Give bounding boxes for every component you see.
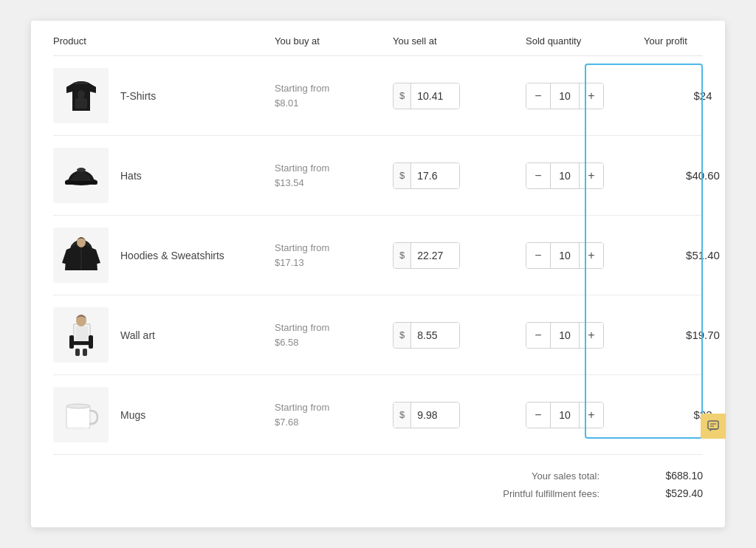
product-name-hoodies: Hoodies & Sweatshirts (120, 250, 224, 261)
svg-point-17 (66, 404, 90, 408)
profit-hats: $40.60 (644, 169, 756, 182)
table-row: Mugs Starting from $7.68 $ − 10 + $23 (53, 375, 703, 455)
totals-row-fees: Printful fulfillment fees: $529.40 (53, 487, 703, 499)
quantity-cell-hats: − 10 + (526, 162, 644, 189)
sell-at-wallart: $ (393, 322, 526, 349)
currency-symbol-hats: $ (394, 163, 411, 188)
table-row: Hoodies & Sweatshirts Starting from $17.… (53, 216, 703, 295)
svg-point-18 (68, 427, 89, 430)
price-input-tshirts[interactable] (411, 83, 459, 109)
qty-value-mugs: 10 (550, 403, 580, 428)
col-sell-at: You sell at (393, 35, 526, 47)
profit-wallart: $19.70 (644, 329, 756, 341)
product-name-mugs: Mugs (120, 409, 145, 421)
qty-wrapper-mugs: − 10 + (526, 402, 604, 428)
quantity-cell-mugs: − 10 + (526, 402, 644, 428)
fees-label: Printful fulfillment fees: (503, 488, 599, 499)
price-input-hoodies[interactable] (411, 243, 459, 268)
product-image-tshirts (53, 68, 109, 123)
qty-plus-tshirts[interactable]: + (580, 83, 603, 109)
buy-at-hats: Starting from $13.54 (275, 161, 393, 190)
quantity-cell-tshirts: − 10 + (526, 83, 644, 109)
svg-rect-2 (75, 98, 87, 109)
quantity-cell-hoodies: − 10 + (526, 242, 644, 269)
qty-minus-tshirts[interactable]: − (526, 83, 550, 109)
currency-symbol-mugs: $ (394, 403, 411, 428)
quantity-cell-wallart: − 10 + (526, 322, 644, 349)
sell-at-mugs: $ (393, 402, 526, 428)
qty-wrapper-hats: − 10 + (526, 162, 604, 189)
currency-symbol-wallart: $ (394, 323, 411, 348)
product-name-hats: Hats (120, 170, 142, 182)
qty-wrapper-wallart: − 10 + (526, 322, 604, 349)
sell-at-hoodies: $ (393, 242, 526, 269)
profit-hoodies: $51.40 (644, 249, 756, 261)
product-cell-wallart: Wall art (53, 307, 275, 363)
qty-value-hoodies: 10 (550, 243, 580, 268)
qty-value-tshirts: 10 (550, 83, 580, 109)
table-header: Product You buy at You sell at Sold quan… (53, 21, 703, 56)
table-row: Hats Starting from $13.54 $ − 10 + $40.6… (53, 136, 703, 216)
price-input-wallart[interactable] (411, 323, 459, 348)
qty-plus-hoodies[interactable]: + (580, 243, 603, 268)
svg-rect-4 (65, 181, 97, 185)
product-cell-mugs: Mugs (53, 387, 275, 442)
product-cell-hats: Hats (53, 148, 275, 203)
svg-rect-14 (75, 349, 80, 356)
svg-rect-15 (83, 349, 87, 356)
product-image-hoodies (53, 227, 109, 283)
sell-at-hats: $ (393, 162, 526, 189)
col-buy-at: You buy at (275, 35, 393, 47)
col-sold-qty: Sold quantity (526, 35, 644, 47)
qty-wrapper-tshirts: − 10 + (526, 83, 604, 109)
qty-value-hats: 10 (550, 163, 580, 188)
price-input-wrapper-tshirts[interactable]: $ (393, 83, 460, 109)
price-input-hats[interactable] (411, 163, 459, 188)
svg-rect-19 (708, 421, 718, 429)
product-cell-tshirts: T-Shirts (53, 68, 275, 123)
qty-plus-mugs[interactable]: + (580, 403, 603, 428)
product-name-wallart: Wall art (120, 329, 155, 341)
totals-row-sales: Your sales total: $688.10 (53, 470, 703, 482)
price-input-wrapper-hoodies[interactable]: $ (393, 242, 460, 269)
buy-at-hoodies: Starting from $17.13 (275, 241, 393, 270)
product-name-tshirts: T-Shirts (120, 90, 156, 102)
col-profit: Your profit (644, 35, 756, 47)
feedback-icon[interactable] (701, 414, 726, 439)
buy-at-tshirts: Starting from $8.01 (275, 81, 393, 110)
sales-total-label: Your sales total: (532, 470, 599, 482)
totals-section: Your sales total: $688.10 Printful fulfi… (53, 455, 703, 499)
qty-plus-wallart[interactable]: + (580, 323, 603, 348)
qty-minus-wallart[interactable]: − (526, 323, 550, 348)
qty-minus-hoodies[interactable]: − (526, 243, 550, 268)
profit-tshirts: $24 (644, 89, 756, 102)
price-input-mugs[interactable] (411, 403, 459, 428)
currency-symbol-tshirts: $ (394, 83, 411, 109)
fees-value: $529.40 (629, 487, 703, 499)
qty-plus-hats[interactable]: + (580, 163, 603, 188)
price-input-wrapper-hats[interactable]: $ (393, 162, 460, 189)
table-row: T-Shirts Starting from $8.01 $ − 10 + $2… (53, 56, 703, 136)
qty-value-wallart: 10 (550, 323, 580, 348)
svg-point-1 (78, 90, 85, 99)
pricing-calculator-card: Product You buy at You sell at Sold quan… (31, 21, 725, 527)
svg-rect-12 (69, 341, 93, 345)
table-row: Wall art Starting from $6.58 $ − 10 + $1… (53, 295, 703, 375)
buy-at-mugs: Starting from $7.68 (275, 400, 393, 429)
qty-wrapper-hoodies: − 10 + (526, 242, 604, 269)
price-input-wrapper-mugs[interactable]: $ (393, 402, 460, 428)
product-image-wallart (53, 307, 109, 363)
currency-symbol-hoodies: $ (394, 243, 411, 268)
svg-rect-16 (66, 406, 90, 428)
svg-rect-9 (75, 326, 89, 343)
col-product: Product (53, 35, 275, 47)
product-cell-hoodies: Hoodies & Sweatshirts (53, 227, 275, 283)
qty-minus-hats[interactable]: − (526, 163, 550, 188)
profit-mugs: $23 (644, 408, 756, 421)
product-image-mugs (53, 387, 109, 442)
price-input-wrapper-wallart[interactable]: $ (393, 322, 460, 349)
buy-at-wallart: Starting from $6.58 (275, 321, 393, 349)
product-image-hats (53, 148, 109, 203)
svg-point-5 (77, 168, 86, 172)
qty-minus-mugs[interactable]: − (526, 403, 550, 428)
